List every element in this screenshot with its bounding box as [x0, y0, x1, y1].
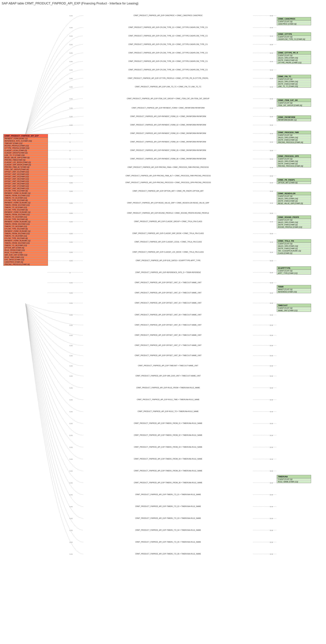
cardinality-left: 0..N [70, 434, 73, 436]
entity-header: TIMECUUT [277, 304, 311, 307]
entity-field: CLASSIF_GRP_BOOK [CHAR (2)] [4, 164, 48, 166]
entity-header: TIMERUNA [277, 475, 311, 478]
cardinality-right: 0..N [270, 494, 273, 496]
entity-field: TIMERU_TO_01 [CHAR (12)] [4, 197, 48, 199]
cardinality-left: 0..N [70, 61, 73, 62]
entity-header: CRMC_CFTYPE [277, 32, 311, 36]
cardinality-left: 0..N [70, 399, 73, 401]
cardinality-right: 0..N [270, 446, 273, 448]
cardinality-left: 0..N [70, 78, 73, 79]
cardinality-left: 0..N [70, 35, 73, 37]
cardinality-left: 0..N [70, 252, 73, 253]
cardinality-left: 0..N [70, 458, 73, 460]
entity-field: LINK_TO_TC [CHAR (10)] [277, 85, 311, 88]
entity-field: TIMERU_FROM_03 [CHAR (12)] [4, 214, 48, 216]
relation-label: CRMT_PRODUCT_FINPROD_API_EXP-PRICING_FIM… [83, 175, 253, 177]
entity-field: SALES_ORG [CHAR (14)] [277, 80, 311, 83]
entity-field: CLIENT [CLNT (3)] [277, 36, 311, 38]
cardinality-right: 0..N [270, 35, 273, 37]
cardinality-right: 0..N [270, 27, 273, 28]
relation-label: CRMT_PRODUCT_FINPROD_API_EXP-PAYMENT_FOR… [83, 124, 253, 126]
cardinality-right: 0..N [270, 202, 273, 204]
cardinality-left: 0..N [70, 15, 73, 16]
entity-field: CANCPROC [CHAR (4)] [4, 261, 48, 263]
cardinality-right: 0..N [270, 107, 273, 109]
entity-field: ROUND_PROFILE [CHAR (12)] [277, 226, 311, 228]
entity-field: PAYMENT_FORM_02 [NUMC (1)] [4, 202, 48, 204]
cardinality-left: 0..N [70, 324, 73, 326]
relation-label: CRMT_PRODUCT_FINPROD_API_EXP-LINK_TO_TC … [83, 86, 253, 88]
cardinality-left: 1 [70, 141, 70, 143]
entity-field: PRICING_PROCESS [CHAR (4)] [277, 165, 311, 167]
entity-field: CLIENT [CLNT (3)] [277, 307, 311, 310]
entity-field: CLASS [CHAR (2)] [277, 252, 311, 254]
entity-header: CRMC_ROUND_PROFR [277, 216, 311, 219]
cardinality-left: 0..N [70, 314, 73, 316]
relation-label: CRMT_PRODUCT_FINPROD_API_EXP-PAYMENT_FOR… [83, 132, 253, 134]
relation-label: CRMT_PRODUCT_FINPROD_API_EXP-CLASSIF_LOC… [83, 241, 253, 243]
relation-label: CRMT_PRODUCT_FINPROD_API_EXP-RULE_FROM =… [83, 387, 253, 389]
cardinality-right: 0..N [270, 482, 273, 484]
entity-field: OFFSET_UNIT_02 [CHAR (12)] [4, 173, 48, 176]
connector-lines [2, 7, 324, 634]
cardinality-left: 0..N [70, 175, 73, 177]
entity-field: CFLOW_TYPE_02 [CHAR (4)] [4, 199, 48, 202]
entity-field: VAR_DUR_UNIT [CHAR (12)] [4, 254, 48, 256]
entity-field: DISTR_CHAN [CHAR (2)] [277, 248, 311, 250]
cardinality-left: 0..N [70, 345, 73, 346]
relation-label: CRMT_PRODUCT_FINPROD_API_EXP-CFLOW_TYPE_… [83, 26, 253, 28]
relation-label: CRMT_PRODUCT_FINPROD_API_EXP-TIMERU_FROM… [83, 470, 253, 472]
relation-label: CRMT_PRODUCT_FINPROD_API_EXP-PAYMENT_FOR… [83, 107, 253, 109]
relation-label: CRMT_PRODUCT_FINPROD_API_EXP-PAYMENT_FOR… [83, 116, 253, 117]
entity-field: CANCPROC [CHAR (4)] [277, 23, 311, 25]
cardinality-left: 0..N [70, 44, 73, 46]
cardinality-left: 0..N [70, 423, 73, 424]
entity-field: RESID_VALUE_GRP [CHAR (3)] [277, 202, 311, 204]
cardinality-right: 0..N [270, 324, 273, 326]
cardinality-left: 1 [70, 167, 70, 168]
cardinality-right: 0..N [270, 167, 273, 168]
entity-header: CRMC_PROCESS_OPR [277, 155, 311, 158]
entity-field: CLIENT [CLNT (3)] [277, 134, 311, 136]
relation-label: CRMT_PRODUCT_FINPROD_API_EXP-RULE_TIME =… [83, 399, 253, 400]
cardinality-right: 0..N [270, 221, 273, 223]
entity-crmc_process_opr: CRMC_PROCESS_OPRCLIENT [CLNT (3)]SALES_O… [277, 154, 311, 167]
entity-crmc_fin_tc: CRMC_FIN_TCCLIENT [CLNT (3)]SALES_ORG [C… [277, 75, 311, 88]
relation-label: CRMT_PRODUCT_FINPROD_API_EXP-OFFSET_UNIT… [83, 282, 253, 284]
cardinality-left: 0..N [70, 98, 73, 100]
entity-field: CLIENT [CLNT (3)] [277, 195, 311, 198]
entity-crmc_process_fmr: CRMC_PROCESS_FMRCLIENT [CLNT (3)]SALES_O… [277, 131, 311, 144]
cardinality-left: 0..N [70, 52, 73, 54]
cardinality-right: 0..N [270, 124, 273, 126]
cardinality-right: 0..N [270, 314, 273, 316]
relation-label: CRMT_PRODUCT_FINPROD_API_EXP-TIMERU_TO_0… [83, 506, 253, 507]
cardinality-right: 0..N [270, 272, 273, 274]
entity-header: SCAPPTTYPE [277, 266, 311, 270]
cardinality-left: 0..N [70, 190, 73, 192]
entity-crmc_paymform: CRMC_PAYMFORMPAYMFORM [NUMC (1)] [277, 116, 311, 121]
cardinality-right: 0..N [270, 375, 273, 377]
entity-field: DISTR_CHAN [CHAR (2)] [277, 139, 311, 141]
entity-field: TAX_CLASSIFICA [NUMC (2)] [277, 250, 311, 252]
cardinality-right: 0..N [270, 260, 273, 262]
cardinality-right: 0..N [270, 423, 273, 424]
relation-label: CRMT_PRODUCT_FINPROD_API_EXP-CLASSIF_GRP… [83, 232, 253, 234]
entity-field: RULE_TO [CHAR (12)] [4, 252, 48, 254]
cardinality-left: 0..N [70, 124, 73, 126]
entity-field: PAYMENT_FORM [NUMC (1)] [4, 138, 48, 140]
cardinality-left: 0..N [70, 241, 73, 243]
relation-label: CRMT_PRODUCT_FINPROD_API_EXP-CFLOW_TYPE_… [83, 52, 253, 54]
cardinality-left: 0..N [70, 212, 73, 214]
entity-header: CRMC_FIN_TC [277, 75, 311, 78]
entity-field: DISTR_CHAN [CHAR (2)] [277, 200, 311, 202]
entity-field: CASHFLOW_TYPE_CU [CHAR (4)] [277, 38, 311, 40]
entity-field: DISTR_CHAN [CHAR (2)] [277, 162, 311, 165]
entity-field: CFLOW_TYPE_06 [CHAR (4)] [4, 237, 48, 240]
entity-field: SALES_ORG [CHAR (14)] [277, 57, 311, 59]
cardinality-left: 0..N [70, 530, 73, 531]
relation-label: CRMT_PRODUCT_FINPROD_API_EXP-TIMEUNIT = … [83, 365, 253, 366]
relation-label: CRMT_PRODUCT_FINPROD_API_EXP-RESID_VALUE… [83, 202, 253, 204]
entity-field: OFFSET_UNIT_05 [CHAR (12)] [4, 180, 48, 182]
entity-field: REFERENZ [CHAR (10)] [277, 291, 311, 293]
cardinality-left: 0..N [70, 116, 73, 118]
